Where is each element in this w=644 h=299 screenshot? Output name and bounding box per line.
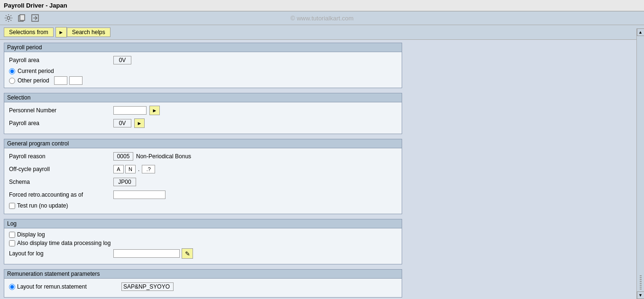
test-run-label: Test run (no update) (17, 202, 68, 209)
log-section: Log Display log Also display time data p… (4, 219, 402, 264)
off-cycle-dot1: . (138, 166, 139, 172)
resize-handle[interactable] (640, 275, 642, 290)
payroll-period-section: Payroll period Payroll area 0V Current p… (4, 43, 402, 88)
personnel-number-multiselect[interactable]: ► (149, 106, 160, 115)
general-program-control-header: General program control (4, 139, 402, 148)
selection-header: Selection (4, 93, 402, 102)
also-display-checkbox[interactable] (9, 240, 15, 246)
log-body: Display log Also display time data proce… (4, 228, 402, 264)
payroll-period-body: Payroll area 0V Current period Other per… (4, 52, 402, 88)
forced-retro-row: Forced retro.accounting as of (9, 190, 397, 200)
main-content: Payroll period Payroll area 0V Current p… (0, 40, 644, 299)
selection-payroll-area-row: Payroll area 0V ► (9, 118, 397, 128)
layout-for-log-row: Layout for log ✎ (9, 248, 397, 259)
display-log-label: Display log (17, 231, 45, 238)
other-period-row: Other period (9, 76, 397, 85)
off-cycle-val2: N (125, 165, 136, 173)
title-bar: Payroll Driver - Japan (0, 0, 644, 11)
scroll-down-arrow[interactable]: ▼ (637, 291, 644, 299)
schema-label: Schema (9, 179, 113, 185)
display-log-row: Display log (9, 231, 397, 238)
toolbar: © www.tutorialkart.com (0, 11, 644, 25)
payroll-reason-text: Non-Periodical Bonus (136, 153, 191, 160)
payroll-period-header: Payroll period (4, 43, 402, 52)
layout-remun-row: Layout for remun.statement SAP&NP_SYOYO (9, 281, 397, 292)
current-period-row: Current period (9, 68, 397, 74)
payroll-reason-label: Payroll reason (9, 153, 113, 160)
payroll-reason-value-row: 0005 Non-Periodical Bonus (113, 152, 191, 161)
layout-for-log-input[interactable] (113, 249, 180, 258)
off-cycle-values: A N . .? (113, 165, 155, 173)
arrow-button[interactable]: ► (55, 27, 67, 37)
selection-payroll-area-label: Payroll area (9, 120, 113, 127)
layout-pencil-button[interactable]: ✎ (182, 248, 193, 259)
forced-retro-label: Forced retro.accounting as of (9, 191, 113, 198)
copy-icon[interactable] (17, 13, 27, 23)
layout-remun-radio[interactable] (9, 284, 15, 290)
export-icon[interactable] (30, 13, 40, 23)
period-radio-group: Current period Other period (9, 68, 397, 85)
payroll-area-value: 0V (113, 56, 131, 64)
test-run-checkbox[interactable] (9, 203, 15, 209)
general-program-control-body: Payroll reason 0005 Non-Periodical Bonus… (4, 148, 402, 214)
layout-remun-label: Layout for remun.statement (17, 283, 121, 290)
selection-body: Personnel Number ► Payroll area 0V ► (4, 102, 402, 134)
remuneration-body: Layout for remun.statement SAP&NP_SYOYO (4, 279, 402, 297)
settings-icon[interactable] (4, 13, 13, 23)
window-title: Payroll Driver - Japan (4, 2, 67, 9)
payroll-reason-row: Payroll reason 0005 Non-Periodical Bonus (9, 151, 397, 162)
schema-value: JP00 (113, 178, 136, 186)
search-helps-button[interactable]: Search helps (67, 27, 110, 37)
remuneration-header: Remuneration statement parameters (4, 270, 402, 279)
button-bar: Selections from ► Search helps (0, 25, 644, 40)
watermark: © www.tutorialkart.com (290, 15, 353, 22)
also-display-row: Also display time data processing log (9, 240, 397, 246)
remuneration-section: Remuneration statement parameters Layout… (4, 269, 402, 298)
off-cycle-val1: A (113, 165, 124, 173)
payroll-area-row: Payroll area 0V (9, 55, 397, 65)
off-cycle-val4: .? (142, 165, 155, 173)
off-cycle-row: Off-cycle payroll A N . .? (9, 164, 397, 174)
payroll-reason-code: 0005 (113, 152, 133, 161)
display-log-checkbox[interactable] (9, 232, 15, 238)
selection-payroll-area-value: 0V (113, 119, 131, 127)
log-header: Log (4, 219, 402, 228)
general-program-control-section: General program control Payroll reason 0… (4, 139, 402, 214)
svg-rect-2 (20, 15, 25, 20)
svg-point-0 (7, 17, 10, 19)
layout-remun-value: SAP&NP_SYOYO (121, 282, 174, 291)
scrollbar-right: ▲ ▼ (636, 40, 644, 299)
off-cycle-label: Off-cycle payroll (9, 166, 113, 172)
selections-from-button[interactable]: Selections from (4, 27, 54, 37)
period-boxes (54, 76, 83, 85)
current-period-label: Current period (18, 68, 54, 74)
personnel-number-label: Personnel Number (9, 107, 113, 114)
personnel-number-row: Personnel Number ► (9, 105, 397, 116)
selection-section: Selection Personnel Number ► Payroll are… (4, 93, 402, 134)
period-box-1[interactable] (54, 76, 67, 85)
current-period-radio[interactable] (9, 68, 15, 74)
forced-retro-input[interactable] (113, 190, 166, 199)
other-period-radio[interactable] (9, 78, 15, 84)
payroll-area-multiselect[interactable]: ► (134, 118, 145, 128)
period-box-2[interactable] (69, 76, 83, 85)
layout-for-log-label: Layout for log (9, 250, 113, 257)
test-run-row: Test run (no update) (9, 202, 397, 209)
personnel-number-input[interactable] (113, 106, 147, 115)
other-period-label: Other period (18, 77, 49, 84)
payroll-area-label: Payroll area (9, 57, 113, 63)
also-display-label: Also display time data processing log (17, 240, 110, 246)
schema-row: Schema JP00 (9, 177, 397, 187)
